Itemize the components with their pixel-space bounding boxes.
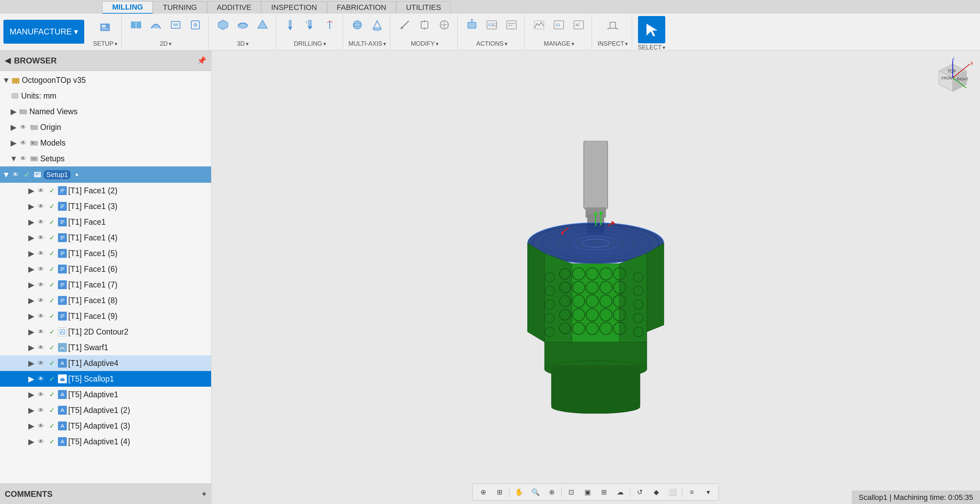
- op-scallop1[interactable]: ▶ 👁 ✓ [T5] Scallop1: [0, 371, 211, 387]
- op8-type-icon: [58, 296, 67, 305]
- named-views-expand[interactable]: ▶: [10, 108, 17, 115]
- op-face1-8[interactable]: ▶ 👁 ✓ [T1] Face1 (8): [0, 293, 211, 308]
- multiaxis-icons: [348, 16, 386, 34]
- vp-grid-icon[interactable]: ⊞: [597, 485, 611, 499]
- drilling-label[interactable]: DRILLING ▾: [294, 40, 326, 48]
- origin-expand[interactable]: ▶: [10, 124, 17, 130]
- 2d-icon-3[interactable]: [167, 16, 185, 34]
- select-icon[interactable]: [638, 16, 665, 43]
- comments-add-icon[interactable]: +: [202, 490, 206, 499]
- origin-item[interactable]: ▶ 👁 Origin: [0, 119, 211, 135]
- inspect-label[interactable]: INSPECT ▾: [597, 40, 628, 48]
- models-expand[interactable]: ▶: [10, 140, 17, 146]
- origin-eye-icon[interactable]: 👁: [18, 122, 28, 132]
- tab-additive[interactable]: ADDITIVE: [207, 2, 261, 14]
- manage-icon-2[interactable]: G1: [550, 16, 568, 34]
- setups-expand[interactable]: ▼: [10, 155, 17, 162]
- op-face1-9[interactable]: ▶ 👁 ✓ [T1] Face1 (9): [0, 308, 211, 324]
- op-face1-4[interactable]: ▶ 👁 ✓ [T1] Face1 (4): [0, 230, 211, 245]
- manage-icon-1[interactable]: [530, 16, 548, 34]
- actions-icon-1[interactable]: [463, 16, 481, 34]
- op-t5-adaptive1-3[interactable]: ▶ 👁 ✓ [T5] Adaptive1 (3): [0, 418, 211, 434]
- vp-render-icon[interactable]: ◆: [649, 485, 663, 499]
- tab-turning[interactable]: TURNING: [153, 2, 207, 14]
- actions-icon-2[interactable]: G1 G2: [483, 16, 501, 34]
- drilling-icon-3[interactable]: [321, 20, 339, 30]
- vp-pan-icon[interactable]: ✋: [511, 485, 527, 499]
- 2d-icon-1[interactable]: [127, 16, 145, 34]
- op-face1-2[interactable]: ▶ 👁 ✓ [T1] Face1 (2): [0, 183, 211, 199]
- named-views-item[interactable]: ▶ Named Views: [0, 104, 211, 119]
- models-item[interactable]: ▶ 👁 Models: [0, 135, 211, 151]
- vp-display-icon[interactable]: ⊡: [564, 485, 579, 499]
- manage-icon-3[interactable]: NC: [570, 16, 587, 34]
- op-face1-3[interactable]: ▶ 👁 ✓ [T1] Face1 (3): [0, 199, 211, 214]
- orientation-cube[interactable]: TOP FRONT RIGHT X Z: [932, 57, 973, 98]
- modify-icon-2[interactable]: [416, 16, 433, 34]
- op6-type-icon: [58, 265, 67, 273]
- vp-toolpath-icon[interactable]: ≡: [684, 485, 699, 499]
- op1-expand[interactable]: ▶: [28, 187, 35, 194]
- vp-zoom-icon[interactable]: 🔍: [528, 485, 543, 499]
- vp-move-icon[interactable]: ⊞: [492, 485, 507, 499]
- vp-zoom-window-icon[interactable]: ⊕: [544, 485, 559, 499]
- 3d-icon-2[interactable]: [234, 16, 251, 34]
- tab-milling[interactable]: MILLING: [102, 2, 153, 14]
- op-adaptive4[interactable]: ▶ 👁 ✓ [T1] Adaptive4: [0, 355, 211, 371]
- 3d-icon-1[interactable]: [214, 16, 232, 34]
- setup-label[interactable]: SETUP ▾: [93, 40, 117, 48]
- vp-environment-icon[interactable]: ☁: [613, 485, 628, 499]
- vp-orbit-icon[interactable]: ↺: [632, 485, 647, 499]
- setup1-item[interactable]: ▼ 👁 ✓ Setup1 ●: [0, 166, 211, 183]
- 3d-label[interactable]: 3D ▾: [237, 40, 248, 48]
- op-t5-adaptive1-4[interactable]: ▶ 👁 ✓ [T5] Adaptive1 (4): [0, 434, 211, 450]
- actions-label[interactable]: ACTIONS ▾: [476, 40, 508, 48]
- multiaxis-icon-2[interactable]: [368, 16, 386, 34]
- browser-pin-icon[interactable]: 📌: [197, 56, 206, 65]
- op-t5-adaptive1[interactable]: ▶ 👁 ✓ [T5] Adaptive1: [0, 387, 211, 402]
- multiaxis-icon-1[interactable]: [348, 16, 366, 34]
- modify-icon-3[interactable]: [436, 16, 453, 34]
- drilling-icon-2[interactable]: [301, 16, 319, 34]
- setups-eye-icon[interactable]: 👁: [18, 154, 28, 163]
- svg-rect-33: [507, 21, 516, 29]
- setups-item[interactable]: ▼ 👁 Setups: [0, 151, 211, 166]
- vp-appearance-icon[interactable]: ▣: [580, 485, 595, 499]
- models-eye-icon[interactable]: 👁: [18, 138, 28, 148]
- root-expand[interactable]: ▼: [3, 77, 10, 84]
- tab-fabrication[interactable]: FABRICATION: [327, 2, 396, 14]
- 2d-label[interactable]: 2D ▾: [160, 40, 172, 48]
- manufacture-button[interactable]: MANUFACTURE ▾: [3, 20, 84, 44]
- tab-inspection[interactable]: INSPECTION: [261, 2, 327, 14]
- setup-icon[interactable]: [95, 16, 115, 39]
- viewport[interactable]: TOP FRONT RIGHT X Z ⊕ ⊞ ✋ 🔍 ⊕ ⊡ ▣ ⊞ ☁: [212, 51, 980, 504]
- inspect-icon-1[interactable]: [604, 16, 622, 34]
- op13-type-icon: [58, 374, 67, 383]
- vp-section-icon[interactable]: ⬜: [665, 485, 680, 499]
- vp-home-icon[interactable]: ⊕: [476, 485, 491, 499]
- modify-icon-1[interactable]: [396, 16, 414, 34]
- op-face1-6[interactable]: ▶ 👁 ✓ [T1] Face1 (6): [0, 261, 211, 277]
- drilling-icon-1[interactable]: [281, 16, 299, 34]
- 2d-icon-2[interactable]: [147, 16, 165, 34]
- op-2d-contour2[interactable]: ▶ 👁 ✓ [T1] 2D Contour2: [0, 324, 211, 340]
- op1-eye[interactable]: 👁: [36, 186, 46, 196]
- tab-utilities[interactable]: UTILITIES: [396, 2, 451, 14]
- op10-type-icon: [58, 328, 67, 336]
- actions-icon-3[interactable]: [503, 16, 520, 34]
- op-swarf1[interactable]: ▶ 👁 ✓ [T1] Swarf1: [0, 340, 211, 355]
- root-node[interactable]: ▼ OctogoonTOp v35: [0, 72, 211, 88]
- op-face1[interactable]: ▶ 👁 ✓ [T1] Face1: [0, 214, 211, 230]
- multiaxis-label[interactable]: MULTI-AXIS ▾: [348, 40, 387, 48]
- op-face1-7[interactable]: ▶ 👁 ✓ [T1] Face1 (7): [0, 277, 211, 293]
- setup1-eye-icon[interactable]: 👁: [11, 170, 21, 180]
- setup1-expand[interactable]: ▼: [3, 171, 10, 178]
- modify-label[interactable]: MODIFY ▾: [411, 40, 439, 48]
- op-t5-adaptive1-2[interactable]: ▶ 👁 ✓ [T5] Adaptive1 (2): [0, 402, 211, 418]
- browser-collapse-icon[interactable]: ◀: [5, 56, 11, 65]
- 3d-icon-3[interactable]: [254, 16, 271, 34]
- 2d-icon-4[interactable]: [186, 16, 204, 34]
- op-face1-5[interactable]: ▶ 👁 ✓ [T1] Face1 (5): [0, 245, 211, 261]
- manage-label[interactable]: MANAGE ▾: [544, 40, 574, 48]
- vp-more-icon[interactable]: ▾: [701, 485, 716, 499]
